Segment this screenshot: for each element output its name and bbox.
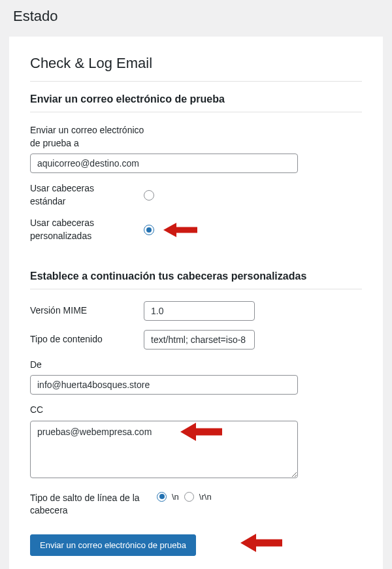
label-to: Enviar un correo electrónico de prueba a — [30, 124, 148, 150]
divider — [30, 112, 362, 112]
submit-button[interactable]: Enviar un correo electrónico de prueba — [30, 534, 196, 556]
section-custom-headers: Establece a continuación tus cabeceras p… — [30, 270, 362, 282]
input-from[interactable] — [30, 375, 298, 395]
label-break-n: \n — [172, 492, 179, 502]
radio-std-headers[interactable] — [144, 190, 154, 201]
label-from: De — [30, 359, 362, 372]
arrow-annotation-icon — [162, 221, 199, 239]
input-cc[interactable] — [30, 421, 298, 478]
card-title: Check & Log Email — [30, 55, 362, 72]
label-break-rn: \r\n — [199, 492, 212, 502]
page-title: Estado — [0, 0, 392, 30]
input-mime[interactable] — [144, 301, 255, 321]
label-line-break: Tipo de salto de línea de la cabecera — [30, 492, 141, 517]
radio-break-n[interactable] — [157, 492, 167, 502]
label-ctype: Tipo de contenido — [30, 333, 128, 346]
radio-custom-headers[interactable] — [144, 225, 154, 235]
divider — [30, 289, 362, 289]
label-std-headers: Usar cabeceras estándar — [30, 182, 128, 208]
radio-break-rn[interactable] — [184, 492, 194, 502]
input-ctype[interactable] — [144, 330, 255, 350]
input-to[interactable] — [30, 154, 298, 173]
settings-card: Check & Log Email Enviar un correo elect… — [9, 37, 383, 569]
label-cc: CC — [30, 404, 362, 417]
section-send-test: Enviar un correo electrónico de prueba — [30, 93, 362, 105]
label-mime: Versión MIME — [30, 304, 128, 317]
label-custom-headers: Usar cabeceras personalizadas — [30, 217, 128, 242]
arrow-annotation-icon — [239, 532, 285, 554]
divider — [30, 81, 362, 82]
